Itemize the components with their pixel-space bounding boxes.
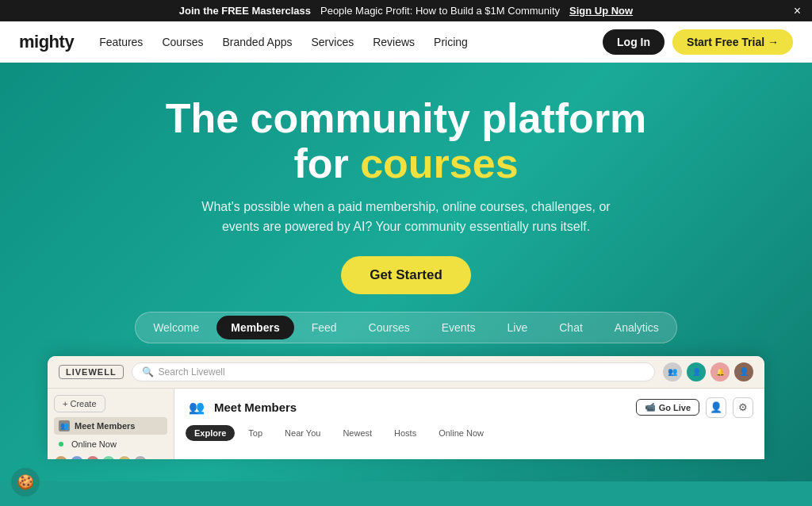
nav-courses[interactable]: Courses	[162, 36, 203, 48]
nav-features[interactable]: Features	[99, 36, 143, 48]
tab-live[interactable]: Live	[493, 316, 542, 339]
filter-top[interactable]: Top	[239, 425, 271, 441]
preview-icons: 👥 👤 🔔 👤	[663, 362, 753, 381]
nav-actions: Log In Start Free Trial →	[603, 29, 793, 55]
announcement-text: People Magic Profit: How to Build a $1M …	[320, 5, 560, 17]
tab-courses[interactable]: Courses	[354, 316, 424, 339]
avatar-row: +	[54, 455, 167, 459]
filter-online-now[interactable]: Online Now	[430, 425, 492, 441]
go-live-label: Go Live	[659, 403, 691, 412]
preview-topbar: LIVEWELL 🔍 Search Livewell 👥 👤 🔔 👤	[48, 356, 764, 389]
members-icon-large: 👥	[186, 397, 208, 419]
tab-bar: Welcome Members Feed Courses Events Live…	[135, 312, 677, 343]
avatar-5	[117, 455, 132, 459]
nav-links: Features Courses Branded Apps Services R…	[99, 36, 603, 48]
preview-title: 👥 Meet Members	[186, 397, 297, 419]
hero-headline: The community platform for courses	[16, 96, 796, 186]
members-icon-3: 🔔	[710, 362, 730, 381]
avatar-6: +	[133, 455, 147, 459]
avatar-4	[102, 455, 116, 459]
hero-headline-2: for	[293, 140, 360, 186]
preview-main-header: 👥 Meet Members 📹 Go Live 👤 ⚙	[186, 397, 753, 419]
filter-bar: Explore Top Near You Newest Hosts Online…	[186, 425, 753, 441]
search-icon: 🔍	[142, 366, 154, 378]
hero-highlight: courses	[360, 140, 518, 186]
app-preview: LIVEWELL 🔍 Search Livewell 👥 👤 🔔 👤 + Cre…	[48, 356, 764, 459]
avatar-icon: 👤	[734, 362, 753, 381]
tab-welcome[interactable]: Welcome	[139, 316, 213, 339]
announcement-bar: Join the FREE Masterclass People Magic P…	[0, 0, 812, 21]
tab-members[interactable]: Members	[216, 316, 293, 339]
sidebar-item-meet-members[interactable]: 👥 Meet Members	[54, 417, 167, 435]
gear-icon-btn[interactable]: ⚙	[733, 397, 753, 418]
logo[interactable]: mighty	[19, 32, 74, 52]
avatar-1	[54, 455, 68, 459]
avatar-3	[86, 455, 100, 459]
sidebar-item-online-now[interactable]: Online Now	[54, 436, 167, 452]
members-icon-2: 👤	[687, 362, 706, 381]
settings-icon-btn[interactable]: 👤	[706, 397, 726, 418]
filter-newest[interactable]: Newest	[334, 425, 381, 441]
preview-logo: LIVEWELL	[59, 365, 124, 379]
nav-services[interactable]: Services	[311, 36, 354, 48]
tab-events[interactable]: Events	[427, 316, 490, 339]
nav-branded-apps[interactable]: Branded Apps	[223, 36, 293, 48]
search-placeholder: Search Livewell	[159, 366, 225, 378]
nav-reviews[interactable]: Reviews	[373, 36, 415, 48]
meet-members-label: Meet Members	[75, 421, 135, 431]
hero-headline-1: The community platform	[166, 95, 647, 141]
online-now-label: Online Now	[71, 439, 117, 449]
signup-link[interactable]: Sign Up Now	[569, 5, 633, 17]
close-button[interactable]: ×	[794, 5, 801, 17]
masterclass-label: Join the FREE Masterclass	[179, 5, 311, 17]
cookie-badge[interactable]: 🍪	[11, 468, 40, 496]
filter-explore[interactable]: Explore	[186, 425, 235, 441]
avatar-2	[70, 455, 84, 459]
go-live-button[interactable]: 📹 Go Live	[636, 399, 699, 416]
tab-feed[interactable]: Feed	[297, 316, 351, 339]
nav-pricing[interactable]: Pricing	[434, 36, 468, 48]
meet-members-icon: 👥	[59, 420, 70, 431]
preview-sidebar: + Create 👥 Meet Members Online Now +	[48, 389, 174, 459]
hero-subtext: What's possible when a paid membership, …	[184, 197, 628, 237]
hero-section: The community platform for courses What'…	[0, 63, 812, 481]
trial-button[interactable]: Start Free Trial →	[672, 29, 793, 55]
members-icon-1: 👥	[663, 362, 682, 381]
filter-hosts[interactable]: Hosts	[385, 425, 425, 441]
meet-members-title: Meet Members	[214, 401, 297, 414]
preview-search-bar[interactable]: 🔍 Search Livewell	[132, 362, 655, 381]
online-dot	[59, 442, 63, 447]
preview-main: 👥 Meet Members 📹 Go Live 👤 ⚙ Explore	[174, 389, 764, 459]
preview-main-actions: 📹 Go Live 👤 ⚙	[636, 397, 753, 418]
tab-analytics[interactable]: Analytics	[600, 316, 673, 339]
login-button[interactable]: Log In	[603, 29, 665, 55]
tab-chat[interactable]: Chat	[545, 316, 597, 339]
get-started-button[interactable]: Get Started	[341, 256, 471, 294]
preview-content: + Create 👥 Meet Members Online Now +	[48, 389, 764, 459]
navbar: mighty Features Courses Branded Apps Ser…	[0, 21, 812, 63]
create-button[interactable]: + Create	[54, 395, 105, 412]
video-icon: 📹	[645, 402, 656, 412]
filter-near-you[interactable]: Near You	[276, 425, 329, 441]
